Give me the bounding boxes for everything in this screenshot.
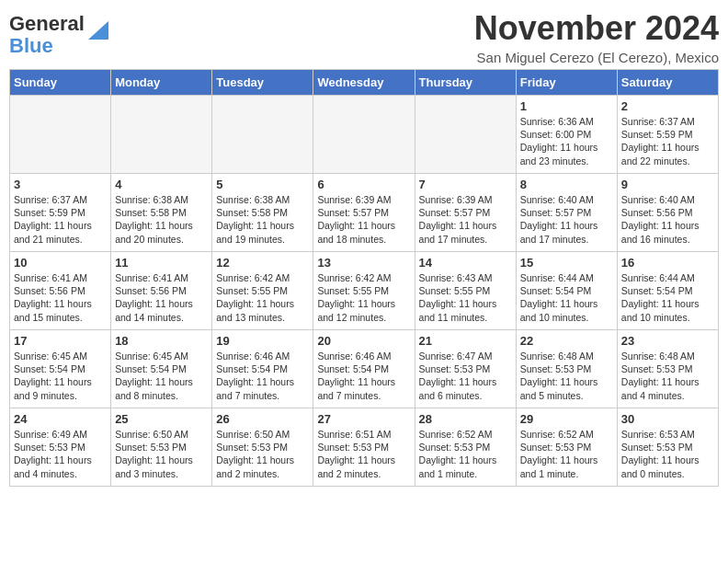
day-cell: 11Sunrise: 6:41 AM Sunset: 5:56 PM Dayli… [111, 252, 212, 330]
calendar-table: SundayMondayTuesdayWednesdayThursdayFrid… [9, 69, 719, 487]
day-number: 13 [317, 256, 410, 270]
weekday-header-thursday: Thursday [415, 70, 516, 96]
day-info: Sunrise: 6:37 AM Sunset: 5:59 PM Dayligh… [14, 193, 107, 246]
weekday-header-wednesday: Wednesday [313, 70, 415, 96]
day-cell: 17Sunrise: 6:45 AM Sunset: 5:54 PM Dayli… [10, 330, 111, 408]
day-cell [313, 96, 415, 174]
day-cell: 30Sunrise: 6:53 AM Sunset: 5:53 PM Dayli… [617, 408, 718, 487]
day-cell: 15Sunrise: 6:44 AM Sunset: 5:54 PM Dayli… [516, 252, 617, 330]
week-row-4: 17Sunrise: 6:45 AM Sunset: 5:54 PM Dayli… [10, 330, 719, 408]
logo-blue: Blue [9, 34, 53, 57]
week-row-2: 3Sunrise: 6:37 AM Sunset: 5:59 PM Daylig… [10, 174, 719, 252]
day-info: Sunrise: 6:46 AM Sunset: 5:54 PM Dayligh… [216, 350, 309, 402]
day-cell: 3Sunrise: 6:37 AM Sunset: 5:59 PM Daylig… [10, 174, 111, 252]
svg-marker-0 [88, 21, 108, 40]
day-cell [10, 96, 111, 174]
day-cell: 2Sunrise: 6:37 AM Sunset: 5:59 PM Daylig… [617, 96, 718, 174]
header: General Blue November 2024 San Miguel Ce… [9, 9, 719, 65]
day-number: 29 [520, 412, 613, 426]
day-number: 18 [115, 334, 208, 348]
day-cell: 24Sunrise: 6:49 AM Sunset: 5:53 PM Dayli… [10, 408, 111, 487]
day-number: 16 [621, 256, 714, 270]
day-number: 2 [621, 99, 714, 113]
day-info: Sunrise: 6:45 AM Sunset: 5:54 PM Dayligh… [115, 350, 208, 402]
day-number: 9 [621, 178, 714, 191]
day-cell [111, 96, 212, 174]
day-cell: 28Sunrise: 6:52 AM Sunset: 5:53 PM Dayli… [415, 408, 516, 487]
month-title: November 2024 [474, 9, 719, 48]
day-info: Sunrise: 6:48 AM Sunset: 5:53 PM Dayligh… [621, 350, 714, 402]
day-number: 7 [419, 178, 512, 191]
day-info: Sunrise: 6:52 AM Sunset: 5:53 PM Dayligh… [520, 428, 613, 480]
weekday-header-sunday: Sunday [10, 70, 111, 96]
day-number: 5 [216, 178, 309, 191]
location-subtitle: San Miguel Cerezo (El Cerezo), Mexico [474, 50, 719, 65]
day-info: Sunrise: 6:47 AM Sunset: 5:53 PM Dayligh… [419, 350, 512, 402]
day-number: 4 [115, 178, 208, 191]
day-cell: 18Sunrise: 6:45 AM Sunset: 5:54 PM Dayli… [111, 330, 212, 408]
weekday-header-monday: Monday [111, 70, 212, 96]
day-number: 28 [419, 412, 512, 426]
logo: General Blue [9, 9, 108, 57]
day-number: 11 [115, 256, 208, 270]
day-info: Sunrise: 6:42 AM Sunset: 5:55 PM Dayligh… [216, 271, 309, 324]
day-number: 22 [520, 334, 613, 348]
day-cell: 10Sunrise: 6:41 AM Sunset: 5:56 PM Dayli… [10, 252, 111, 330]
week-row-5: 24Sunrise: 6:49 AM Sunset: 5:53 PM Dayli… [10, 408, 719, 487]
day-cell: 21Sunrise: 6:47 AM Sunset: 5:53 PM Dayli… [415, 330, 516, 408]
day-number: 17 [14, 334, 107, 348]
day-cell: 29Sunrise: 6:52 AM Sunset: 5:53 PM Dayli… [516, 408, 617, 487]
day-info: Sunrise: 6:40 AM Sunset: 5:57 PM Dayligh… [520, 193, 613, 246]
day-number: 26 [216, 412, 309, 426]
day-number: 25 [115, 412, 208, 426]
day-info: Sunrise: 6:45 AM Sunset: 5:54 PM Dayligh… [14, 350, 107, 402]
day-info: Sunrise: 6:41 AM Sunset: 5:56 PM Dayligh… [115, 271, 208, 324]
day-info: Sunrise: 6:38 AM Sunset: 5:58 PM Dayligh… [115, 193, 208, 246]
day-number: 8 [520, 178, 613, 191]
day-cell: 8Sunrise: 6:40 AM Sunset: 5:57 PM Daylig… [516, 174, 617, 252]
day-info: Sunrise: 6:36 AM Sunset: 6:00 PM Dayligh… [520, 115, 613, 167]
day-number: 19 [216, 334, 309, 348]
day-info: Sunrise: 6:50 AM Sunset: 5:53 PM Dayligh… [115, 428, 208, 480]
day-number: 23 [621, 334, 714, 348]
day-cell: 27Sunrise: 6:51 AM Sunset: 5:53 PM Dayli… [313, 408, 415, 487]
weekday-header-saturday: Saturday [617, 70, 718, 96]
day-info: Sunrise: 6:46 AM Sunset: 5:54 PM Dayligh… [317, 350, 410, 402]
day-info: Sunrise: 6:53 AM Sunset: 5:53 PM Dayligh… [621, 428, 714, 480]
day-cell: 1Sunrise: 6:36 AM Sunset: 6:00 PM Daylig… [516, 96, 617, 174]
day-info: Sunrise: 6:39 AM Sunset: 5:57 PM Dayligh… [317, 193, 410, 246]
day-cell: 5Sunrise: 6:38 AM Sunset: 5:58 PM Daylig… [212, 174, 313, 252]
weekday-header-row: SundayMondayTuesdayWednesdayThursdayFrid… [10, 70, 719, 96]
day-info: Sunrise: 6:51 AM Sunset: 5:53 PM Dayligh… [317, 428, 410, 480]
weekday-header-friday: Friday [516, 70, 617, 96]
day-number: 24 [14, 412, 107, 426]
title-area: November 2024 San Miguel Cerezo (El Cere… [474, 9, 719, 65]
day-number: 3 [14, 178, 107, 191]
day-cell: 12Sunrise: 6:42 AM Sunset: 5:55 PM Dayli… [212, 252, 313, 330]
day-info: Sunrise: 6:37 AM Sunset: 5:59 PM Dayligh… [621, 115, 714, 167]
day-info: Sunrise: 6:41 AM Sunset: 5:56 PM Dayligh… [14, 271, 107, 324]
day-cell: 19Sunrise: 6:46 AM Sunset: 5:54 PM Dayli… [212, 330, 313, 408]
day-info: Sunrise: 6:49 AM Sunset: 5:53 PM Dayligh… [14, 428, 107, 480]
day-info: Sunrise: 6:43 AM Sunset: 5:55 PM Dayligh… [419, 271, 512, 324]
day-number: 21 [419, 334, 512, 348]
day-number: 20 [317, 334, 410, 348]
logo-general: General [9, 12, 85, 35]
day-number: 30 [621, 412, 714, 426]
day-cell: 23Sunrise: 6:48 AM Sunset: 5:53 PM Dayli… [617, 330, 718, 408]
day-cell: 22Sunrise: 6:48 AM Sunset: 5:53 PM Dayli… [516, 330, 617, 408]
day-info: Sunrise: 6:44 AM Sunset: 5:54 PM Dayligh… [621, 271, 714, 324]
day-info: Sunrise: 6:50 AM Sunset: 5:53 PM Dayligh… [216, 428, 309, 480]
day-number: 15 [520, 256, 613, 270]
weekday-header-tuesday: Tuesday [212, 70, 313, 96]
day-info: Sunrise: 6:44 AM Sunset: 5:54 PM Dayligh… [520, 271, 613, 324]
day-number: 1 [520, 99, 613, 113]
day-number: 12 [216, 256, 309, 270]
day-number: 27 [317, 412, 410, 426]
day-cell: 16Sunrise: 6:44 AM Sunset: 5:54 PM Dayli… [617, 252, 718, 330]
day-cell: 9Sunrise: 6:40 AM Sunset: 5:56 PM Daylig… [617, 174, 718, 252]
day-info: Sunrise: 6:42 AM Sunset: 5:55 PM Dayligh… [317, 271, 410, 324]
day-cell: 26Sunrise: 6:50 AM Sunset: 5:53 PM Dayli… [212, 408, 313, 487]
day-info: Sunrise: 6:39 AM Sunset: 5:57 PM Dayligh… [419, 193, 512, 246]
day-cell [212, 96, 313, 174]
